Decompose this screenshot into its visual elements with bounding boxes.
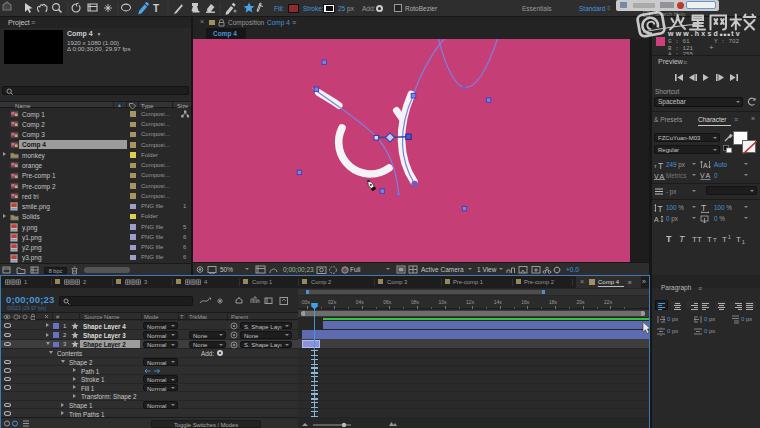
svg-text:T: T [180,314,184,320]
svg-text:Mode: Mode [144,314,159,320]
svg-text:Source Name: Source Name [84,314,119,320]
svg-text:T: T [736,235,741,244]
svg-text:V: V [700,172,705,179]
svg-text:T: T [707,235,712,244]
svg-text:A: A [703,162,708,169]
svg-text:1: 1 [742,239,745,245]
svg-text:#: # [56,314,60,320]
svg-text:T: T [658,204,663,213]
svg-text:T: T [658,161,663,170]
svg-text:TrkMat: TrkMat [189,314,207,320]
svg-text:т: т [654,163,657,169]
svg-text:T: T [666,234,672,244]
svg-text:TT: TT [692,235,702,244]
svg-text:T: T [679,234,686,244]
svg-text:Parent: Parent [231,314,248,320]
svg-text:A: A [706,172,711,179]
svg-text:T: T [722,235,727,244]
svg-text:A: A [660,173,665,180]
svg-text:T: T [713,237,717,243]
svg-text:1: 1 [728,234,731,240]
svg-text:V: V [654,173,659,180]
svg-text:A: A [654,216,659,223]
